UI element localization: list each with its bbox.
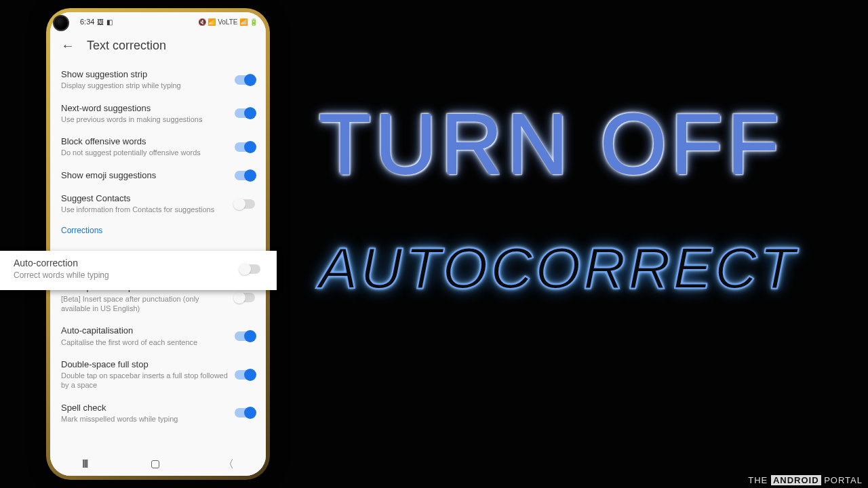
hero-line-autocorrect: AUTOCORRECT [319,235,848,302]
setting-title: Suggest Contacts [61,193,228,204]
punch-hole-camera [53,15,69,31]
setting-double-space-full-stop[interactable]: Double-space full stop Double tap on spa… [61,353,255,396]
setting-auto-capitalisation[interactable]: Auto-capitalisation Capitalise the first… [61,319,255,353]
toggle-switch[interactable] [235,408,255,418]
setting-spell-check[interactable]: Spell check Mark misspelled words while … [61,396,255,430]
setting-subtitle: [Beta] Insert space after punctuation (o… [61,294,228,314]
setting-subtitle: Use information from Contacts for sugges… [61,205,228,214]
debug-icon: ◧ [106,18,113,26]
setting-title: Spell check [61,403,228,413]
setting-subtitle: Correct words while typing [14,270,233,281]
clock-text: 6:34 [80,18,94,26]
setting-subtitle: Mark misspelled words while typing [61,414,228,424]
toggle-switch[interactable] [235,370,255,380]
page-title: Text correction [87,39,166,53]
setting-subtitle: Use previous words in making suggestions [61,115,228,124]
phone-frame: 6:34 🖼 ◧ 🔇 📶 VoLTE 📶 🔋 ← Text correction… [46,8,270,480]
watermark: THE ANDROID PORTAL [748,475,863,485]
highlighted-auto-correction-row[interactable]: Auto-correction Correct words while typi… [0,251,277,290]
watermark-accent: ANDROID [771,475,821,485]
nav-back-icon[interactable]: 〈 [223,458,234,472]
toggle-switch[interactable] [235,108,255,118]
setting-subtitle: Do not suggest potentially offensive wor… [61,148,228,157]
setting-next-word-suggestions[interactable]: Next-word suggestions Use previous words… [61,97,255,131]
setting-title: Auto-capitalisation [61,325,228,336]
setting-title: Double-space full stop [61,359,228,370]
phone-screen: 6:34 🖼 ◧ 🔇 📶 VoLTE 📶 🔋 ← Text correction… [50,12,266,476]
nav-home-icon[interactable] [151,460,159,468]
settings-list-corrections: Auto-space after punctuation [Beta] Inse… [50,276,266,430]
setting-show-emoji-suggestions[interactable]: Show emoji suggestions [61,164,255,187]
gallery-icon: 🖼 [97,18,104,26]
nav-recents-icon[interactable]: III [82,458,87,470]
setting-subtitle: Double tap on spacebar inserts a full st… [61,371,228,390]
status-time: 6:34 🖼 ◧ [80,18,113,26]
setting-suggest-contacts[interactable]: Suggest Contacts Use information from Co… [61,187,255,221]
toggle-switch[interactable] [235,293,255,302]
toggle-switch[interactable] [235,75,255,85]
toggle-switch[interactable] [240,264,260,274]
setting-title: Next-word suggestions [61,103,228,114]
thumbnail-canvas: 6:34 🖼 ◧ 🔇 📶 VoLTE 📶 🔋 ← Text correction… [0,0,868,488]
section-label-corrections: Corrections [61,220,255,237]
settings-list-suggestions: Show suggestion strip Display suggestion… [50,63,266,237]
back-arrow-icon[interactable]: ← [61,38,75,54]
watermark-pre: THE [748,475,771,485]
setting-subtitle: Display suggestion strip while typing [61,81,228,90]
setting-title: Show emoji suggestions [61,170,228,181]
status-bar: 6:34 🖼 ◧ 🔇 📶 VoLTE 📶 🔋 [50,12,266,31]
toggle-switch[interactable] [235,331,255,341]
setting-show-suggestion-strip[interactable]: Show suggestion strip Display suggestion… [61,63,255,97]
setting-subtitle: Capitalise the first word of each senten… [61,338,228,347]
watermark-post: PORTAL [821,475,863,485]
toggle-switch[interactable] [235,199,255,209]
android-nav-bar: III 〈 [50,453,266,476]
status-icons: 🔇 📶 VoLTE 📶 🔋 [198,18,258,26]
setting-block-offensive-words[interactable]: Block offensive words Do not suggest pot… [61,130,255,164]
hero-text-block: TURN OFF AUTOCORRECT [319,102,848,302]
setting-title: Auto-correction [14,258,233,270]
hero-line-turn-off: TURN OFF [319,102,848,187]
setting-title: Show suggestion strip [61,69,228,80]
toggle-switch[interactable] [235,142,255,152]
setting-title: Block offensive words [61,136,228,147]
toggle-switch[interactable] [235,171,255,180]
page-header: ← Text correction [50,31,266,63]
